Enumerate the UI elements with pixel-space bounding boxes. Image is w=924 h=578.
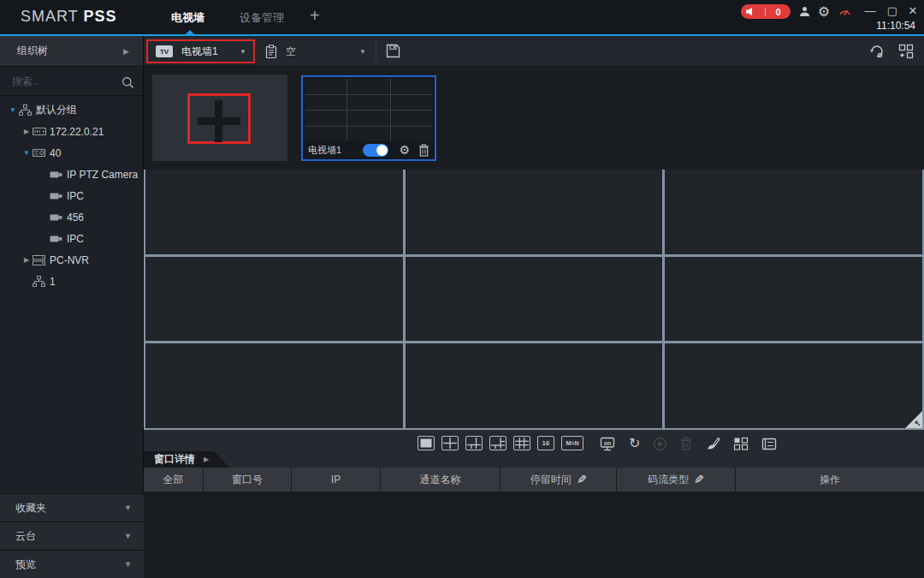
org-tree-title: 组织树 xyxy=(17,44,48,58)
performance-gauge-icon[interactable] xyxy=(836,3,853,19)
play-tour-icon[interactable] xyxy=(653,436,667,451)
split-6-button[interactable] xyxy=(465,436,483,450)
screen-config-icon[interactable] xyxy=(898,44,914,59)
refresh-icon[interactable]: ↻ xyxy=(629,436,640,451)
clear-brush-icon[interactable] xyxy=(705,436,720,451)
tree-item-default-group[interactable]: ▼ 默认分组 xyxy=(0,99,144,121)
add-wall-card[interactable] xyxy=(152,74,287,161)
panel-label: 收藏夹 xyxy=(15,501,46,515)
toolbar-right-icons xyxy=(869,44,914,59)
tree-item-device-40[interactable]: ▼ 40 xyxy=(0,142,144,164)
col-stream-type[interactable]: 码流类型✎ xyxy=(617,468,736,492)
wall-screen-cell[interactable] xyxy=(665,343,922,428)
tree-item-group-1[interactable]: 1 xyxy=(0,271,144,292)
pc-nvr-icon xyxy=(33,255,50,265)
chevron-down-icon: ▼ xyxy=(124,560,132,569)
expand-down-icon[interactable]: ▼ xyxy=(7,106,19,114)
title-bar: SMART PSS 电视墙 设备管理 + 0 ⚙ — ▢ ✕ 11:10:54 xyxy=(0,0,924,34)
edit-pencil-icon[interactable]: ✎ xyxy=(577,473,587,486)
edit-pencil-icon[interactable]: ✎ xyxy=(694,473,704,486)
wall-screen-cell[interactable] xyxy=(145,343,403,428)
toolbar-divider xyxy=(376,41,376,62)
minimize-button[interactable]: — xyxy=(862,4,878,17)
wall-screen-cell[interactable] xyxy=(665,257,922,342)
tab-tv-wall[interactable]: 电视墙 xyxy=(171,10,204,26)
user-icon[interactable] xyxy=(796,3,813,19)
wall-screen-cell[interactable] xyxy=(665,170,922,254)
expand-down-icon[interactable]: ▼ xyxy=(21,149,33,157)
window-layout-icon[interactable] xyxy=(733,436,749,451)
tree-item-channel-ipc2[interactable]: IPC xyxy=(0,228,144,249)
window-details-tab[interactable]: 窗口详情 ▶ xyxy=(144,451,229,468)
main-area: TV 电视墙1 ▼ 空 ▼ xyxy=(144,36,924,578)
brand-pss: PSS xyxy=(83,8,116,25)
tree-item-channel-ipc1[interactable]: IPC xyxy=(0,185,144,206)
tree-item-channel-ipptz[interactable]: IP PTZ Camera xyxy=(0,164,144,185)
camera-icon xyxy=(50,235,67,243)
wall-card[interactable]: 电视墙1 ⚙ xyxy=(301,75,436,161)
chevron-down-icon: ▼ xyxy=(124,504,132,512)
tree-item-label: IPC xyxy=(67,233,84,245)
expand-right-icon[interactable]: ▶ xyxy=(21,256,33,264)
panel-label: 预览 xyxy=(15,557,36,572)
wall-settings-gear-icon[interactable]: ⚙ xyxy=(399,144,410,156)
maximize-button[interactable]: ▢ xyxy=(885,4,900,17)
save-button[interactable] xyxy=(386,44,400,58)
tree-item-label: IP PTZ Camera xyxy=(67,169,138,181)
col-stay-time[interactable]: 停留时间✎ xyxy=(500,468,617,492)
scheme-dropdown[interactable]: 空 ▼ xyxy=(265,39,366,63)
split-16-button[interactable]: 16 xyxy=(537,436,554,450)
wall-screen-cell[interactable] xyxy=(406,257,663,342)
panel-ptz[interactable]: 云台 ▼ xyxy=(0,521,144,550)
alarm-badge[interactable]: 0 xyxy=(741,4,791,19)
delete-trash-icon[interactable] xyxy=(680,436,692,451)
annotation-red-box-plus xyxy=(187,93,251,144)
search-icon[interactable] xyxy=(121,76,134,89)
split-4-button[interactable] xyxy=(441,436,459,450)
plus-icon xyxy=(215,100,222,142)
tv-wall-dropdown[interactable]: TV 电视墙1 ▼ xyxy=(146,39,255,63)
panel-list-icon[interactable] xyxy=(761,436,777,451)
split-custom-button[interactable]: M=N xyxy=(561,436,583,450)
split-1-button[interactable] xyxy=(418,436,435,450)
wall-screen-cell[interactable] xyxy=(406,170,663,254)
panel-favorites[interactable]: 收藏夹 ▼ xyxy=(0,493,144,521)
sitemap-icon xyxy=(33,276,50,287)
tree-item-channel-456[interactable]: 456 xyxy=(0,206,144,228)
panel-preview[interactable]: 预览 ▼ xyxy=(0,550,144,578)
settings-gear-icon[interactable]: ⚙ xyxy=(815,3,832,19)
expand-right-icon[interactable]: ▶ xyxy=(21,128,33,135)
tree-item-pc-nvr[interactable]: ▶ PC-NVR xyxy=(0,249,144,271)
col-ip[interactable]: IP xyxy=(292,468,381,492)
screen-on-off-icon[interactable]: on xyxy=(599,436,616,451)
col-operation[interactable]: 操作 xyxy=(736,468,924,492)
tree-item-device-ip[interactable]: ▶ 172.22.0.21 xyxy=(0,121,144,142)
toggle-knob xyxy=(376,145,388,156)
tab-device-management[interactable]: 设备管理 xyxy=(240,10,284,26)
org-tree-header[interactable]: 组织树 ▶ xyxy=(0,36,143,67)
add-tab-button[interactable]: + xyxy=(310,6,320,26)
brand-smart: SMART xyxy=(21,8,78,25)
wall-enable-toggle[interactable] xyxy=(363,144,388,157)
wall-screen-cell[interactable] xyxy=(145,257,403,342)
close-button[interactable]: ✕ xyxy=(905,4,921,17)
device-tree: ▼ 默认分组 ▶ 172.22.0.21 ▼ 40 xyxy=(0,99,144,292)
smart-pss-window: SMART PSS 电视墙 设备管理 + 0 ⚙ — ▢ ✕ 11:10:54 … xyxy=(0,0,924,578)
sync-settings-icon[interactable] xyxy=(869,44,885,59)
window-details-label: 窗口详情 xyxy=(154,452,195,467)
search-input[interactable] xyxy=(12,75,113,87)
chevron-down-icon: ▼ xyxy=(359,48,366,56)
tree-item-label: 172.22.0.21 xyxy=(50,126,104,138)
resize-arrow-icon: ↖ xyxy=(915,419,921,428)
split-8-button[interactable] xyxy=(489,436,506,450)
col-all[interactable]: 全部 xyxy=(144,468,204,492)
split-9-button[interactable] xyxy=(513,436,530,450)
col-window-no[interactable]: 窗口号 xyxy=(204,468,292,492)
wall-delete-trash-icon[interactable] xyxy=(418,144,429,157)
wall-screen-cell[interactable] xyxy=(406,343,663,428)
wall-screen-cell[interactable] xyxy=(145,170,403,254)
device-icon xyxy=(33,148,50,158)
window-action-group: on ↻ xyxy=(599,436,777,451)
col-channel-name[interactable]: 通道名称 xyxy=(381,468,500,492)
scheme-clipboard-icon xyxy=(265,45,277,59)
